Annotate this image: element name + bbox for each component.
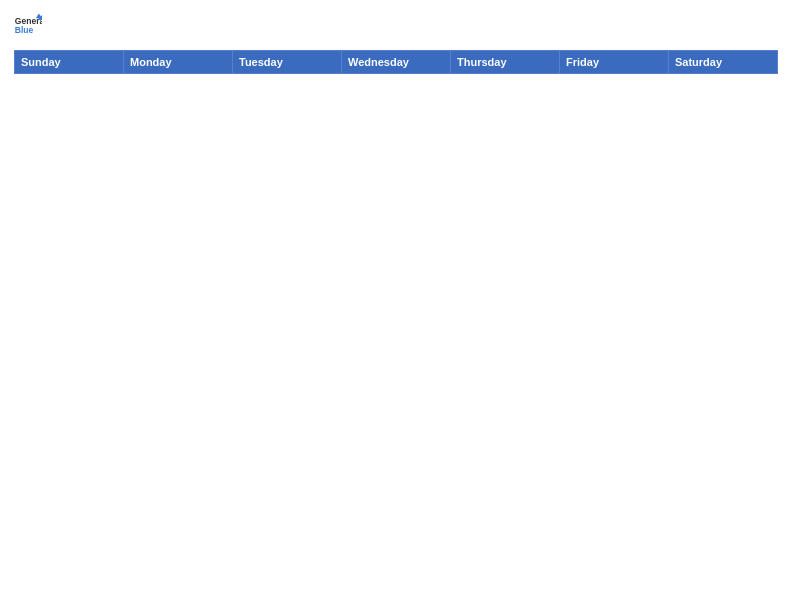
calendar-header-row: SundayMondayTuesdayWednesdayThursdayFrid…	[15, 51, 778, 74]
calendar-table: SundayMondayTuesdayWednesdayThursdayFrid…	[14, 50, 778, 74]
col-header-friday: Friday	[560, 51, 669, 74]
header: General Blue	[14, 12, 778, 40]
col-header-monday: Monday	[124, 51, 233, 74]
col-header-wednesday: Wednesday	[342, 51, 451, 74]
col-header-sunday: Sunday	[15, 51, 124, 74]
logo-icon: General Blue	[14, 12, 42, 40]
col-header-tuesday: Tuesday	[233, 51, 342, 74]
page: General Blue SundayMondayTuesdayWednesda…	[0, 0, 792, 612]
svg-text:Blue: Blue	[15, 25, 34, 35]
logo: General Blue	[14, 12, 42, 40]
col-header-saturday: Saturday	[669, 51, 778, 74]
col-header-thursday: Thursday	[451, 51, 560, 74]
